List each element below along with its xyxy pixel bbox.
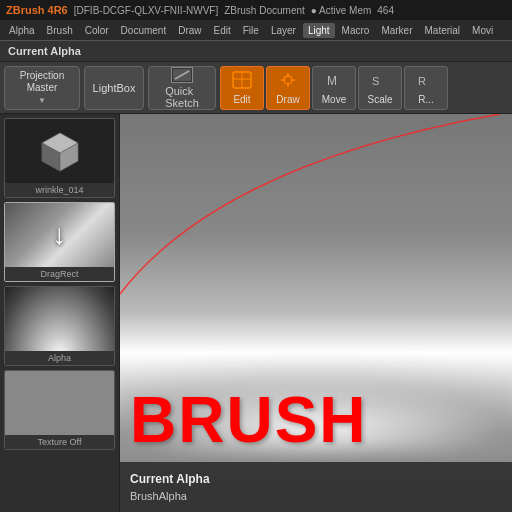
dropdown-triangle-icon: ▼: [38, 96, 46, 105]
canvas-info: Current Alpha BrushAlpha: [120, 462, 512, 512]
scale-label: Scale: [367, 94, 392, 105]
move-label: Move: [322, 94, 346, 105]
edit-label: Edit: [233, 94, 250, 105]
left-panel: wrinkle_014 ↓ DragRect Alpha Texture Off: [0, 114, 120, 512]
main-layout: wrinkle_014 ↓ DragRect Alpha Texture Off: [0, 114, 512, 512]
thumb-label-texture: Texture Off: [5, 435, 114, 449]
projection-master-button[interactable]: ProjectionMaster ▼: [4, 66, 80, 110]
canvas-info-line1: Current Alpha: [130, 470, 502, 488]
app-name: ZBrush 4R6: [6, 4, 68, 16]
edit-icon: [232, 71, 252, 92]
move-button[interactable]: M Move: [312, 66, 356, 110]
menu-layer[interactable]: Layer: [266, 23, 301, 38]
scale-button[interactable]: S Scale: [358, 66, 402, 110]
canvas-area[interactable]: BRUSH Current Alpha BrushAlpha: [120, 114, 512, 512]
menu-document[interactable]: Document: [116, 23, 172, 38]
menu-light[interactable]: Light: [303, 23, 335, 38]
scale-icon: S: [370, 71, 390, 92]
mem-indicator: ● Active Mem: [311, 5, 372, 16]
svg-text:R: R: [418, 75, 426, 87]
alpha-thumb-dragrect[interactable]: ↓ DragRect: [4, 202, 115, 282]
edit-draw-group: Edit Draw M Move: [220, 66, 448, 110]
move-icon: M: [324, 71, 344, 92]
arrow-down-icon: ↓: [53, 219, 67, 251]
alpha-thumb-wrinkle[interactable]: wrinkle_014: [4, 118, 115, 198]
thumb-img-dragrect: ↓: [5, 203, 114, 267]
quick-sketch-label: QuickSketch: [165, 85, 199, 109]
draw-icon: [278, 71, 298, 92]
lightbox-label: LightBox: [93, 82, 136, 94]
dragrect-bg: ↓: [5, 203, 114, 267]
cube-svg: [38, 129, 82, 173]
menu-file[interactable]: File: [238, 23, 264, 38]
menu-brush[interactable]: Brush: [42, 23, 78, 38]
draw-label: Draw: [276, 94, 299, 105]
rotate-label: R...: [418, 94, 434, 105]
menu-alpha[interactable]: Alpha: [4, 23, 40, 38]
menu-bar: Alpha Brush Color Document Draw Edit Fil…: [0, 20, 512, 40]
rotate-icon: R: [416, 71, 436, 92]
thumb-img-alpha: [5, 287, 114, 351]
lightbox-button[interactable]: LightBox: [84, 66, 144, 110]
thumb-img-texture: [5, 371, 114, 435]
svg-text:M: M: [327, 74, 337, 88]
menu-draw[interactable]: Draw: [173, 23, 206, 38]
menu-movie[interactable]: Movi: [467, 23, 498, 38]
doc-name: ZBrush Document: [224, 5, 305, 16]
license-key: [DFIB-DCGF-QLXV-FNII-NWVF]: [74, 5, 218, 16]
brush-display-text: BRUSH: [130, 383, 368, 457]
texture-off-bg: [5, 371, 114, 435]
thumb-img-wrinkle: [5, 119, 114, 183]
thumb-label-dragrect: DragRect: [5, 267, 114, 281]
rotate-button[interactable]: R R...: [404, 66, 448, 110]
alpha-thumb-alpha[interactable]: Alpha: [4, 286, 115, 366]
title-bar: ZBrush 4R6 [DFIB-DCGF-QLXV-FNII-NWVF] ZB…: [0, 0, 512, 20]
menu-material[interactable]: Material: [420, 23, 466, 38]
menu-color[interactable]: Color: [80, 23, 114, 38]
mem-value: 464: [377, 5, 394, 16]
quick-sketch-button[interactable]: QuickSketch: [148, 66, 216, 110]
edit-button[interactable]: Edit: [220, 66, 264, 110]
current-alpha-bar: Current Alpha: [0, 40, 512, 62]
svg-point-5: [284, 76, 292, 84]
svg-text:S: S: [372, 75, 379, 87]
menu-edit[interactable]: Edit: [209, 23, 236, 38]
title-bar-left: ZBrush 4R6 [DFIB-DCGF-QLXV-FNII-NWVF] ZB…: [6, 4, 394, 16]
menu-macro[interactable]: Macro: [337, 23, 375, 38]
toolbar: ProjectionMaster ▼ LightBox QuickSketch …: [0, 62, 512, 114]
thumb-label-wrinkle: wrinkle_014: [5, 183, 114, 197]
menu-marker[interactable]: Marker: [376, 23, 417, 38]
thumb-label-alpha: Alpha: [5, 351, 114, 365]
quick-sketch-icon: [171, 67, 193, 83]
alpha-brush-bg: [5, 287, 114, 351]
projection-master-label: ProjectionMaster: [20, 70, 64, 94]
canvas-info-line2: BrushAlpha: [130, 488, 502, 505]
current-alpha-label: Current Alpha: [8, 45, 81, 57]
draw-button[interactable]: Draw: [266, 66, 310, 110]
alpha-thumb-texture[interactable]: Texture Off: [4, 370, 115, 450]
